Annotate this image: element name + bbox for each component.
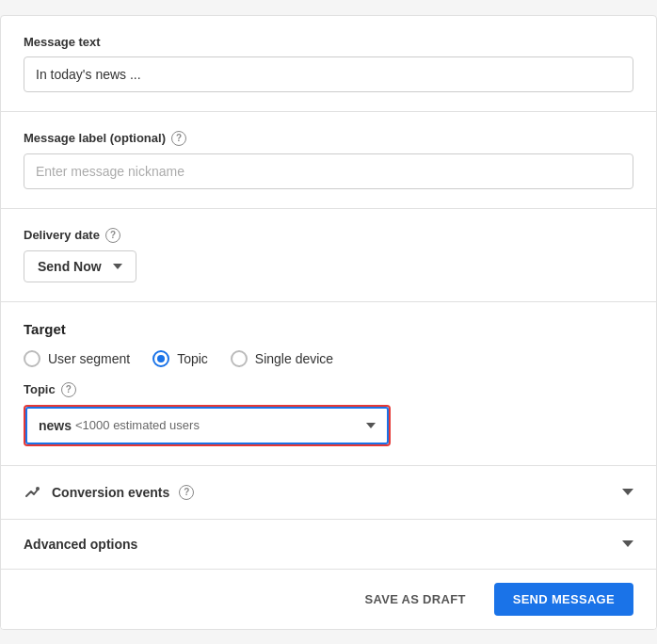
message-label-section: Message label (optional) ?: [1, 112, 656, 209]
radio-single-device-label: Single device: [255, 351, 333, 366]
conversion-icon: [24, 483, 42, 502]
main-container: Message text In today's news ... Message…: [0, 15, 657, 630]
advanced-options-section[interactable]: Advanced options: [1, 520, 656, 570]
radio-single-device[interactable]: Single device: [231, 350, 333, 367]
message-text-input[interactable]: In today's news ...: [24, 56, 633, 92]
conversion-events-chevron-icon: [622, 489, 633, 495]
conversion-events-title: Conversion events ?: [24, 483, 194, 502]
message-text-section: Message text In today's news ...: [1, 16, 656, 112]
target-radio-group: User segment Topic Single device: [24, 350, 633, 367]
topic-chevron-icon: [366, 423, 376, 428]
radio-user-segment-circle: [24, 350, 40, 367]
send-message-button[interactable]: SEND MESSAGE: [494, 583, 633, 616]
message-label-input[interactable]: [24, 153, 633, 189]
topic-dropdown[interactable]: news <1000 estimated users: [25, 407, 389, 444]
radio-topic-inner: [157, 355, 165, 362]
topic-dropdown-wrapper: news <1000 estimated users: [24, 405, 391, 446]
advanced-options-title: Advanced options: [24, 537, 137, 552]
message-label-help-icon[interactable]: ?: [171, 131, 186, 146]
delivery-date-label: Delivery date ?: [24, 228, 633, 243]
radio-topic[interactable]: Topic: [152, 350, 208, 367]
topic-name: news: [39, 418, 72, 433]
radio-user-segment-label: User segment: [48, 351, 130, 366]
svg-point-0: [36, 487, 40, 491]
radio-single-device-circle: [231, 350, 248, 367]
topic-field-label: Topic ?: [24, 382, 633, 397]
radio-user-segment[interactable]: User segment: [24, 350, 130, 367]
save-draft-button[interactable]: SAVE AS DRAFT: [347, 583, 482, 616]
target-title: Target: [24, 321, 633, 337]
delivery-chevron-icon: [113, 264, 122, 269]
topic-help-icon[interactable]: ?: [61, 382, 76, 397]
target-section: Target User segment Topic Single device: [1, 302, 656, 466]
footer-bar: SAVE AS DRAFT SEND MESSAGE: [1, 570, 656, 629]
conversion-events-help-icon[interactable]: ?: [179, 485, 194, 500]
delivery-dropdown-value: Send Now: [38, 259, 102, 274]
conversion-events-section[interactable]: Conversion events ?: [1, 466, 656, 520]
delivery-dropdown[interactable]: Send Now: [24, 250, 136, 282]
radio-topic-label: Topic: [177, 351, 208, 366]
topic-dropdown-text: news <1000 estimated users: [39, 418, 200, 433]
radio-topic-circle: [152, 350, 169, 367]
advanced-options-chevron-icon: [622, 540, 633, 547]
message-text-label: Message text: [24, 35, 633, 49]
delivery-date-help-icon[interactable]: ?: [105, 228, 120, 243]
delivery-date-section: Delivery date ? Send Now: [1, 209, 656, 302]
topic-count: <1000 estimated users: [75, 418, 200, 432]
message-label-label: Message label (optional) ?: [24, 131, 633, 146]
